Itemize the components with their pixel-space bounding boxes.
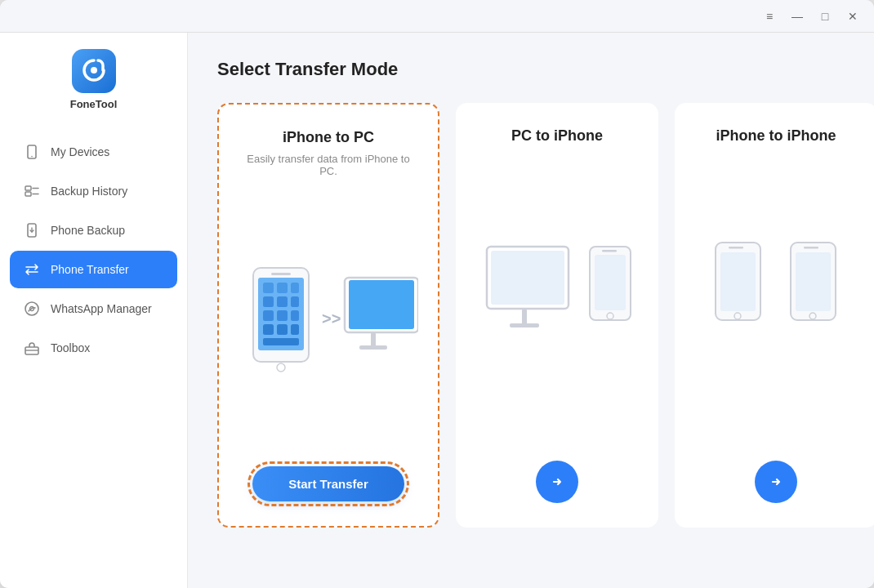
go-button-pc-to-iphone[interactable]: [536, 461, 578, 503]
main-content: Select Transfer Mode iPhone to PC Easily…: [188, 33, 874, 588]
card-title-iphone-to-pc: iPhone to PC: [283, 129, 374, 146]
svg-rect-15: [263, 283, 274, 293]
svg-rect-25: [277, 324, 288, 335]
svg-rect-33: [371, 332, 376, 347]
titlebar: ≡ — □ ✕: [0, 0, 874, 33]
svg-rect-16: [277, 283, 288, 293]
backup-history-icon: [23, 182, 41, 200]
menu-button[interactable]: ≡: [761, 8, 778, 24]
sidebar: FoneTool My Devices: [0, 33, 188, 588]
svg-rect-18: [263, 296, 274, 307]
start-transfer-button[interactable]: Start Transfer: [252, 466, 404, 501]
svg-rect-47: [729, 247, 743, 249]
sidebar-item-toolbox[interactable]: Toolbox: [10, 329, 177, 367]
svg-rect-24: [263, 324, 274, 335]
card-iphone-to-iphone[interactable]: iPhone to iPhone: [675, 103, 874, 528]
toolbox-icon: [23, 339, 41, 357]
svg-rect-51: [804, 247, 818, 249]
svg-rect-4: [25, 192, 31, 196]
svg-rect-38: [522, 309, 527, 325]
card-pc-to-iphone[interactable]: PC to iPhone: [456, 103, 658, 528]
maximize-button[interactable]: □: [817, 8, 833, 24]
main-layout: FoneTool My Devices: [0, 33, 874, 588]
go-button-iphone-to-iphone[interactable]: [755, 461, 797, 503]
card-illustration-pc-to-iphone: [475, 177, 639, 421]
app-logo: [72, 49, 116, 93]
card-action-iphone-to-pc[interactable]: Start Transfer: [252, 466, 404, 501]
logo-area: FoneTool: [70, 49, 118, 110]
svg-rect-37: [491, 251, 564, 305]
svg-rect-20: [291, 296, 299, 307]
sidebar-label-phone-backup: Phone Backup: [51, 224, 125, 237]
svg-rect-26: [291, 324, 299, 335]
svg-rect-22: [277, 310, 288, 321]
page-title: Select Transfer Mode: [217, 59, 845, 80]
sidebar-label-backup-history: Backup History: [51, 185, 127, 198]
card-action-pc-to-iphone[interactable]: [536, 441, 578, 503]
sidebar-item-phone-transfer[interactable]: Phone Transfer: [10, 251, 177, 288]
card-illustration-iphone-to-pc: >>: [239, 203, 418, 447]
cards-row: iPhone to PC Easily transfer data from i…: [217, 103, 845, 528]
phone-icon: [23, 143, 41, 161]
card-subtitle-iphone-to-pc: Easily transfer data from iPhone to PC.: [239, 153, 418, 177]
card-illustration-iphone-to-iphone: [694, 177, 858, 421]
card-iphone-to-pc[interactable]: iPhone to PC Easily transfer data from i…: [217, 103, 439, 528]
card-title-iphone-to-iphone: iPhone to iPhone: [716, 127, 836, 145]
sidebar-label-my-devices: My Devices: [51, 145, 109, 158]
svg-text:>>: >>: [322, 310, 341, 327]
whatsapp-icon: [23, 300, 41, 318]
svg-rect-17: [291, 283, 299, 293]
svg-rect-35: [349, 280, 414, 329]
svg-rect-41: [595, 255, 626, 310]
svg-rect-29: [271, 273, 291, 275]
sidebar-label-phone-transfer: Phone Transfer: [51, 263, 129, 276]
sidebar-item-phone-backup[interactable]: Phone Backup: [10, 212, 177, 249]
svg-rect-19: [277, 296, 288, 307]
svg-point-0: [91, 67, 97, 74]
svg-rect-21: [263, 310, 274, 321]
card-action-iphone-to-iphone[interactable]: [755, 441, 797, 503]
close-button[interactable]: ✕: [845, 8, 861, 24]
nav-items: My Devices Backup History: [0, 133, 187, 367]
svg-rect-45: [720, 252, 756, 311]
sidebar-item-backup-history[interactable]: Backup History: [10, 172, 177, 210]
svg-rect-34: [359, 345, 387, 350]
svg-rect-43: [602, 250, 617, 252]
minimize-button[interactable]: —: [789, 8, 805, 24]
app-window: ≡ — □ ✕ FoneTool: [0, 0, 874, 588]
app-name-label: FoneTool: [70, 98, 118, 110]
svg-rect-27: [263, 338, 299, 345]
card-title-pc-to-iphone: PC to iPhone: [511, 127, 603, 145]
svg-rect-3: [25, 186, 31, 190]
phone-backup-icon: [23, 221, 41, 239]
sidebar-item-whatsapp-manager[interactable]: WhatsApp Manager: [10, 290, 177, 327]
svg-point-2: [31, 156, 33, 158]
svg-rect-49: [796, 252, 831, 311]
svg-point-28: [277, 363, 285, 372]
sidebar-label-whatsapp-manager: WhatsApp Manager: [51, 302, 152, 315]
svg-rect-39: [510, 323, 539, 327]
transfer-icon: [23, 261, 41, 278]
sidebar-label-toolbox: Toolbox: [51, 341, 90, 354]
svg-rect-23: [291, 310, 299, 321]
sidebar-item-my-devices[interactable]: My Devices: [10, 133, 177, 171]
